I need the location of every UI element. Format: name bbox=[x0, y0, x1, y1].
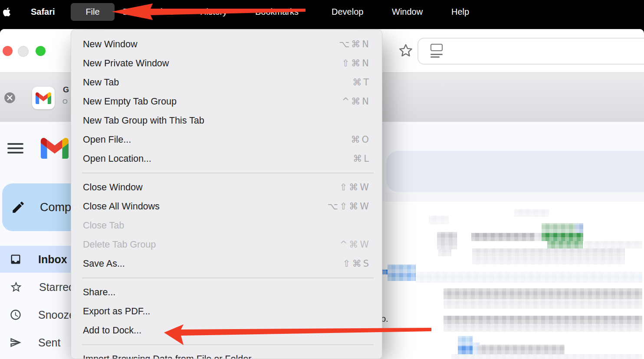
blurred-content-block bbox=[429, 215, 449, 224]
menubar-item-history[interactable]: History bbox=[200, 0, 227, 24]
file-menu-item-share[interactable]: Share... bbox=[71, 283, 382, 302]
menu-item-label: Export as PDF... bbox=[83, 306, 371, 317]
menu-item-label: Close Tab bbox=[83, 220, 371, 231]
file-menu-item-export-as-pdf[interactable]: Export as PDF... bbox=[71, 302, 382, 321]
menu-item-shortcut: ⌘O bbox=[351, 134, 371, 145]
bookmark-star-icon[interactable] bbox=[398, 42, 414, 59]
menu-separator bbox=[71, 340, 382, 349]
banner-subtitle: O bbox=[62, 98, 68, 105]
menubar-app-name[interactable]: Safari bbox=[31, 0, 55, 24]
blurred-content-block bbox=[444, 299, 642, 309]
file-menu-item-new-tab-group-with-this-tab[interactable]: New Tab Group with This Tab bbox=[71, 111, 382, 130]
menu-item-shortcut: ^⌘N bbox=[342, 96, 371, 107]
blurred-content-block bbox=[451, 354, 642, 359]
reader-icon[interactable] bbox=[430, 44, 443, 59]
banner-title: G bbox=[63, 85, 69, 95]
blurred-content-block bbox=[444, 316, 642, 324]
menu-item-shortcut: ^⌘W bbox=[340, 239, 371, 250]
blurred-content-block bbox=[575, 223, 583, 233]
menu-item-shortcut: ⇧⌘S bbox=[343, 258, 371, 269]
menu-item-label: Share... bbox=[83, 287, 371, 298]
blurred-content-block bbox=[438, 249, 451, 256]
menu-separator bbox=[71, 273, 382, 283]
menubar-item-develop[interactable]: Develop bbox=[332, 0, 363, 24]
menu-item-label: New Window bbox=[83, 39, 339, 50]
blurred-content-block bbox=[444, 324, 642, 332]
menubar-item-window[interactable]: Window bbox=[392, 0, 423, 24]
hamburger-menu-icon[interactable] bbox=[7, 143, 23, 153]
file-menu-item-open-location[interactable]: Open Location...⌘L bbox=[71, 149, 382, 168]
menu-item-label: New Tab Group with This Tab bbox=[83, 115, 371, 126]
blurred-content-block bbox=[471, 233, 535, 241]
minimize-window-button[interactable] bbox=[18, 46, 29, 57]
blurred-content-block bbox=[542, 233, 583, 241]
send-icon bbox=[10, 336, 22, 349]
menubar-item-file[interactable]: File bbox=[71, 3, 115, 21]
file-menu-item-close-all-windows[interactable]: Close All Windows⌥⇧⌘W bbox=[71, 197, 382, 216]
menu-item-label: New Tab bbox=[83, 77, 352, 88]
blurred-content-block bbox=[478, 345, 565, 354]
menu-item-shortcut: ⌘L bbox=[353, 153, 371, 164]
menu-item-shortcut: ⇧⌘N bbox=[342, 58, 371, 69]
menu-separator bbox=[71, 168, 382, 178]
blurred-content-block bbox=[444, 288, 642, 299]
blurred-toolbar-strip bbox=[386, 192, 644, 202]
blurred-content-block bbox=[547, 241, 583, 248]
blurred-search-bar bbox=[386, 151, 644, 192]
menu-item-shortcut: ⌘T bbox=[352, 77, 371, 88]
file-menu-item-close-window[interactable]: Close Window⇧⌘W bbox=[71, 178, 382, 197]
sidebar-item-label: Sent bbox=[38, 336, 60, 349]
banner-close-icon[interactable] bbox=[4, 92, 15, 103]
desktop: G O Compose Inbox bbox=[0, 0, 644, 359]
sidebar-item-label: Inbox bbox=[38, 253, 67, 266]
address-bar[interactable] bbox=[417, 38, 644, 65]
menu-item-label: New Private Window bbox=[83, 58, 342, 69]
file-menu-item-close-tab: Close Tab bbox=[71, 216, 382, 235]
menu-item-label: New Empty Tab Group bbox=[83, 96, 342, 107]
file-menu-item-import-browsing-data-from-file-or-folder[interactable]: Import Browsing Data from File or Folder bbox=[71, 349, 382, 359]
blurred-content-block bbox=[472, 256, 625, 264]
menu-item-label: Import Browsing Data from File or Folder bbox=[83, 354, 371, 359]
menu-item-shortcut: ⌥⌘N bbox=[339, 39, 371, 49]
file-menu-item-delete-tab-group: Delete Tab Group^⌘W bbox=[71, 235, 382, 254]
file-menu-item-add-to-dock[interactable]: Add to Dock... bbox=[71, 321, 382, 340]
menu-item-label: Save As... bbox=[83, 258, 343, 269]
menu-item-label: Delete Tab Group bbox=[83, 239, 340, 250]
blurred-content-block bbox=[382, 270, 388, 274]
file-menu-item-save-as[interactable]: Save As...⇧⌘S bbox=[71, 254, 382, 273]
close-window-button[interactable] bbox=[3, 46, 13, 56]
blurred-content-block bbox=[458, 346, 473, 354]
file-dropdown-menu: New Window⌥⌘NNew Private Window⇧⌘NNew Ta… bbox=[71, 29, 382, 359]
file-menu-item-new-tab[interactable]: New Tab⌘T bbox=[71, 73, 382, 92]
menu-item-label: Open File... bbox=[83, 134, 351, 145]
menu-item-label: Open Location... bbox=[83, 153, 353, 164]
macos-menu-bar: Safari File Edit View History Bookmarks … bbox=[0, 0, 644, 24]
menu-item-shortcut: ⌥⇧⌘W bbox=[327, 201, 371, 212]
gmail-logo-icon bbox=[41, 138, 69, 160]
menubar-item-help[interactable]: Help bbox=[451, 0, 469, 24]
clock-icon bbox=[10, 309, 22, 321]
blurred-content-block bbox=[514, 209, 549, 217]
file-menu-item-new-empty-tab-group[interactable]: New Empty Tab Group^⌘N bbox=[71, 92, 382, 111]
blurred-content-block bbox=[437, 232, 457, 242]
menubar-item-bookmarks[interactable]: Bookmarks bbox=[255, 0, 299, 24]
file-menu-item-new-private-window[interactable]: New Private Window⇧⌘N bbox=[71, 54, 382, 73]
menu-item-label: Close Window bbox=[83, 182, 340, 193]
menubar-item-edit[interactable]: Edit bbox=[123, 0, 138, 24]
zoom-window-button[interactable] bbox=[36, 46, 46, 56]
blurred-content-block bbox=[388, 264, 416, 273]
file-menu-item-new-window[interactable]: New Window⌥⌘N bbox=[71, 35, 382, 54]
menubar-item-view[interactable]: View bbox=[155, 0, 174, 24]
blurred-content-block bbox=[472, 248, 625, 256]
inbox-icon bbox=[10, 253, 22, 265]
pencil-icon bbox=[11, 200, 26, 215]
menu-item-label: Close All Windows bbox=[83, 201, 327, 212]
blurred-content-block bbox=[437, 242, 457, 249]
blurred-content-block bbox=[535, 233, 542, 241]
file-menu-item-open-file[interactable]: Open File...⌘O bbox=[71, 130, 382, 149]
apple-icon[interactable] bbox=[3, 7, 11, 17]
gmail-favicon bbox=[32, 87, 55, 109]
sidebar-item-label: Starred bbox=[39, 281, 75, 294]
blurred-content-block bbox=[416, 272, 642, 283]
menu-item-label: Add to Dock... bbox=[83, 325, 371, 336]
